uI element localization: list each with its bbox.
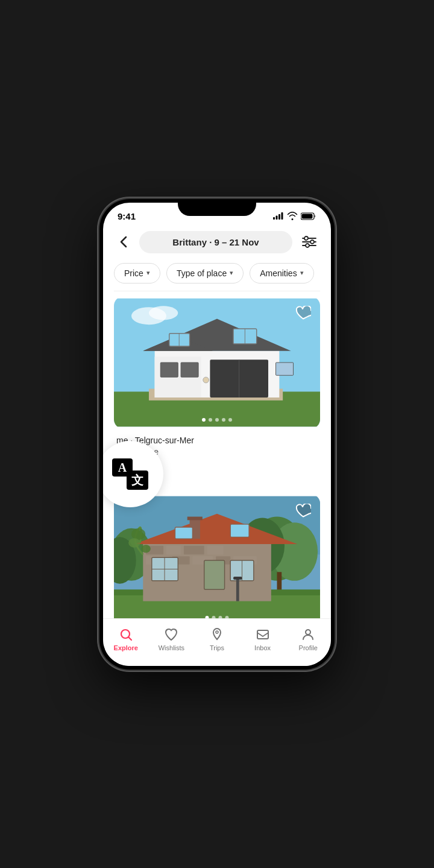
- signal-icon: [273, 212, 284, 220]
- svg-point-73: [216, 631, 218, 633]
- wifi-icon: [287, 212, 298, 220]
- svg-rect-59: [230, 524, 249, 537]
- svg-rect-49: [207, 546, 224, 554]
- svg-rect-1: [276, 216, 278, 220]
- svg-rect-69: [236, 578, 239, 601]
- svg-point-30: [203, 377, 209, 383]
- listing-image-1: [114, 296, 320, 429]
- amenities-filter-chip[interactable]: Amenities ▾: [250, 263, 313, 284]
- svg-rect-3: [281, 212, 283, 220]
- svg-point-68: [141, 545, 150, 553]
- svg-rect-48: [184, 546, 204, 554]
- search-pill[interactable]: Brittany · 9 – 21 Nov: [139, 231, 292, 253]
- profile-icon: [301, 627, 315, 642]
- dot-1-active: [202, 418, 206, 422]
- svg-rect-0: [273, 217, 275, 220]
- svg-point-9: [304, 236, 308, 240]
- back-button[interactable]: [114, 232, 133, 252]
- profile-label: Profile: [299, 644, 318, 651]
- listing-image-2: [114, 494, 320, 618]
- amenities-filter-label: Amenities: [260, 268, 297, 278]
- listing-card-2[interactable]: [114, 494, 320, 618]
- dot-2-2: [212, 616, 216, 618]
- heart-icon-2: [295, 504, 311, 518]
- svg-point-11: [306, 244, 309, 247]
- dot-3: [215, 418, 219, 422]
- image-dots-1: [202, 418, 232, 422]
- svg-rect-2: [278, 214, 280, 220]
- dot-4: [222, 418, 225, 422]
- phone-frame: 9:41: [99, 199, 335, 670]
- phone-screen: 9:41: [103, 203, 331, 666]
- nav-wishlists[interactable]: Wishlists: [149, 625, 195, 654]
- nav-trips[interactable]: Trips: [194, 625, 240, 654]
- price-chevron-icon: ▾: [146, 269, 150, 277]
- svg-rect-74: [257, 630, 268, 639]
- heart-icon-1: [295, 306, 311, 320]
- svg-rect-70: [233, 577, 242, 580]
- svg-rect-26: [181, 363, 198, 377]
- notch: [178, 199, 256, 216]
- image-dots-2: [206, 616, 229, 618]
- svg-text:文: 文: [131, 474, 143, 487]
- svg-text:A: A: [118, 461, 127, 474]
- inbox-icon: [256, 627, 270, 642]
- filter-button[interactable]: [298, 231, 320, 253]
- explore-label: Explore: [114, 644, 138, 651]
- svg-rect-58: [175, 527, 192, 539]
- svg-rect-21: [169, 333, 190, 346]
- nav-explore[interactable]: Explore: [103, 625, 149, 654]
- nav-inbox[interactable]: Inbox: [240, 625, 286, 654]
- header-divider: [114, 291, 320, 291]
- filter-chips: Price ▾ Type of place ▾ Amenities ▾: [103, 259, 331, 291]
- dot-2: [209, 418, 212, 422]
- wishlist-button-1[interactable]: [294, 303, 313, 323]
- trips-icon: [210, 627, 224, 642]
- type-chevron-icon: ▾: [230, 269, 233, 277]
- type-of-place-filter-chip[interactable]: Type of place ▾: [166, 263, 244, 284]
- filter-icon: [301, 236, 317, 248]
- svg-point-75: [306, 630, 310, 635]
- type-of-place-filter-label: Type of place: [177, 268, 227, 278]
- dot-2-4: [225, 616, 229, 618]
- price-filter-label: Price: [124, 268, 143, 278]
- svg-line-72: [128, 637, 131, 640]
- wishlists-icon: [164, 627, 178, 642]
- explore-icon: [119, 627, 133, 642]
- battery-icon: [301, 212, 316, 220]
- amenities-chevron-icon: ▾: [300, 269, 304, 277]
- svg-rect-57: [187, 517, 203, 521]
- inbox-label: Inbox: [254, 644, 271, 651]
- svg-rect-63: [204, 560, 225, 589]
- header: Brittany · 9 – 21 Nov: [103, 225, 331, 259]
- screen-content[interactable]: Brittany · 9 – 21 Nov Price ▾: [103, 225, 331, 618]
- svg-rect-5: [302, 214, 313, 218]
- svg-point-14: [149, 306, 178, 320]
- nav-profile[interactable]: Profile: [285, 625, 331, 654]
- trips-label: Trips: [210, 644, 224, 651]
- svg-rect-29: [276, 363, 294, 375]
- svg-rect-25: [160, 363, 178, 377]
- dot-2-1-active: [206, 616, 209, 618]
- wishlist-button-2[interactable]: [294, 501, 313, 521]
- translate-icon: A 文: [110, 454, 151, 495]
- status-icons: [273, 212, 316, 220]
- svg-rect-47: [166, 546, 181, 554]
- price-filter-chip[interactable]: Price ▾: [114, 263, 160, 284]
- listing-1-container: me · Telgruc-sur-Mer front house ight $5…: [103, 296, 331, 485]
- svg-point-10: [310, 240, 314, 244]
- status-time: 9:41: [118, 211, 136, 221]
- dot-2-3: [219, 616, 222, 618]
- bottom-nav: Explore Wishlists Trips I: [103, 618, 331, 666]
- svg-point-67: [128, 539, 140, 548]
- svg-point-66: [131, 528, 145, 540]
- dot-5: [228, 418, 232, 422]
- wishlists-label: Wishlists: [159, 644, 184, 651]
